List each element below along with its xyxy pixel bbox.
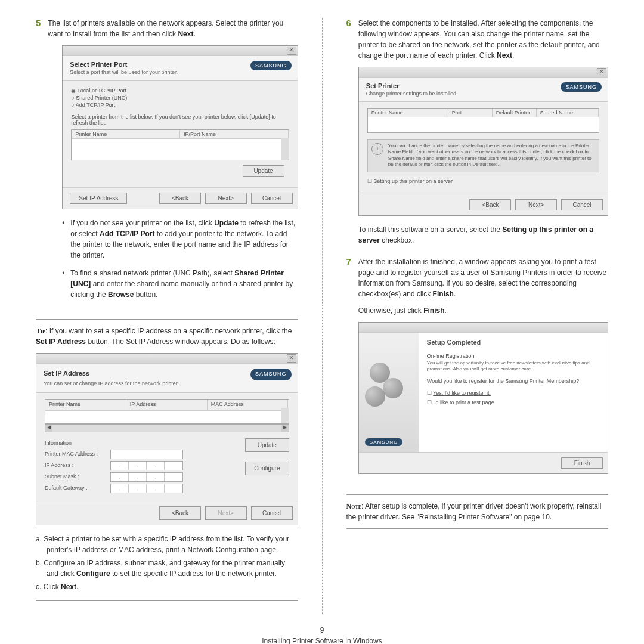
registration-question: Would you like to register for the Samsu… xyxy=(427,378,599,384)
step-7-text: After the installation is finished, a wi… xyxy=(358,256,608,299)
back-button[interactable]: <Back xyxy=(159,506,201,520)
dialog-subtitle: You can set or change IP address for the… xyxy=(44,380,290,388)
configure-button[interactable]: Configure xyxy=(245,462,289,475)
hint-text: Select a printer from the list below. If… xyxy=(71,114,289,126)
page-number: 9 xyxy=(0,626,644,634)
step-5-text: The list of printers available on the ne… xyxy=(48,18,298,39)
col-printer-name: Printer Name xyxy=(72,130,180,138)
col-printer-name: Printer Name xyxy=(45,400,126,410)
page-footer: 9 Installing Printer Software in Windows xyxy=(0,626,644,644)
step-a: a. Select a printer to be set with a spe… xyxy=(36,534,298,555)
radio-local-port[interactable]: Local or TCP/IP Port xyxy=(71,88,289,94)
back-button[interactable]: <Back xyxy=(469,199,511,210)
mac-label: Printer MAC Address : xyxy=(45,450,110,459)
update-button[interactable]: Update xyxy=(243,165,284,177)
radio-shared-unc[interactable]: Shared Printer (UNC) xyxy=(71,95,289,101)
step-6: 6 Select the components to be installed.… xyxy=(346,18,609,252)
step-number: 5 xyxy=(36,18,41,307)
col-printer-name: Printer Name xyxy=(368,109,448,117)
info-panel: i You can change the printer name by sel… xyxy=(367,139,599,172)
step-5: 5 The list of printers available on the … xyxy=(36,18,298,307)
bullet-shared: To find a shared network printer (UNC Pa… xyxy=(62,268,298,300)
close-icon[interactable]: ✕ xyxy=(597,68,606,76)
ip-field[interactable]: ... xyxy=(110,461,183,470)
gw-field[interactable]: ... xyxy=(110,484,183,493)
close-icon[interactable]: ✕ xyxy=(287,354,296,363)
dialog-setup-complete: SAMSUNG Setup Completed On-line Registra… xyxy=(358,322,608,474)
col-ip-port: IP/Port Name xyxy=(180,130,289,138)
dialog-set-printer: ✕ Set Printer Change printer settings to… xyxy=(358,67,608,216)
post-step6-text: To install this software on a server, se… xyxy=(358,224,608,246)
mac-field[interactable] xyxy=(110,450,183,459)
samsung-logo: SAMSUNG xyxy=(250,61,292,70)
finish-button[interactable]: Finish xyxy=(561,457,603,469)
samsung-logo: SAMSUNG xyxy=(365,438,402,446)
info-icon: i xyxy=(371,143,383,155)
testpage-checkbox[interactable]: I'd like to print a test page. xyxy=(427,400,599,405)
mask-field[interactable]: ... xyxy=(110,472,183,482)
next-button[interactable]: Next> xyxy=(205,193,247,204)
close-icon[interactable]: ✕ xyxy=(287,47,296,55)
cancel-button[interactable]: Cancel xyxy=(561,199,603,210)
bullet-update: If you do not see your printer on the li… xyxy=(62,218,298,261)
next-button[interactable]: Next> xyxy=(515,199,557,210)
note-box: Note: After setup is complete, if your p… xyxy=(346,494,609,529)
step-number: 7 xyxy=(346,256,351,482)
scrollbar[interactable] xyxy=(281,138,289,160)
next-button: Next> xyxy=(205,506,247,520)
mask-label: Subnet Mask : xyxy=(45,473,110,481)
ip-label: IP Address : xyxy=(45,462,110,470)
samsung-logo: SAMSUNG xyxy=(250,369,292,380)
footer-title: Installing Printer Software in Windows xyxy=(0,637,644,644)
scrollbar[interactable] xyxy=(281,408,289,423)
ip-printer-grid[interactable]: Printer NameIP AddressMAC Address xyxy=(45,399,289,424)
col-mac-address: MAC Address xyxy=(208,400,289,410)
step-6-text: Select the components to be installed. A… xyxy=(358,18,608,61)
gw-label: Default Gateway : xyxy=(45,484,110,493)
col-default: Default Printer xyxy=(493,109,537,117)
registration-text: You will get the opportunity to receive … xyxy=(427,360,599,373)
col-shared: Shared Name xyxy=(537,109,599,117)
tip-box: Tip: If you want to set a specific IP ad… xyxy=(36,319,298,601)
dialog-set-ip: ✕ Set IP Address You can set or change I… xyxy=(36,353,298,525)
col-ip-address: IP Address xyxy=(126,400,208,410)
server-checkbox[interactable]: Setting up this printer on a server xyxy=(367,178,599,184)
radio-add-tcpip[interactable]: Add TCP/IP Port xyxy=(71,102,289,108)
set-printer-grid[interactable]: Printer Name Port Default Printer Shared… xyxy=(367,108,599,133)
col-port: Port xyxy=(448,109,493,117)
step-7-otherwise: Otherwise, just click Finish. xyxy=(358,305,608,316)
scrollbar-horizontal[interactable]: ◀▶ xyxy=(45,424,289,432)
set-ip-button[interactable]: Set IP Address xyxy=(70,193,127,204)
register-checkbox[interactable]: Yes, I'd like to register it. xyxy=(427,390,599,396)
step-c: c. Click Next. xyxy=(36,581,298,592)
setup-completed-title: Setup Completed xyxy=(427,339,599,346)
step-7: 7 After the installation is finished, a … xyxy=(346,256,609,482)
cancel-button[interactable]: Cancel xyxy=(251,193,293,204)
samsung-logo: SAMSUNG xyxy=(561,82,602,92)
cancel-button[interactable]: Cancel xyxy=(251,506,293,520)
registration-heading: On-line Registration xyxy=(427,353,599,359)
back-button[interactable]: <Back xyxy=(159,193,201,204)
dialog-select-printer-port: ✕ Select Printer Port Select a port that… xyxy=(62,45,298,209)
printer-list-grid[interactable]: Printer NameIP/Port Name xyxy=(71,129,289,160)
wizard-graphic: SAMSUNG xyxy=(359,333,419,452)
step-number: 6 xyxy=(346,18,351,252)
update-button[interactable]: Update xyxy=(245,438,289,452)
info-label: Information xyxy=(45,439,237,448)
step-b: b. Configure an IP address, subnet mask,… xyxy=(36,558,298,579)
